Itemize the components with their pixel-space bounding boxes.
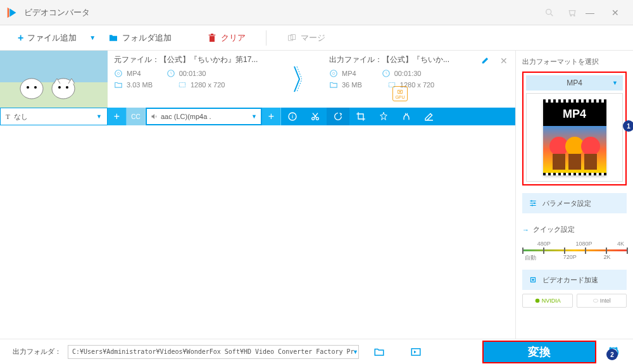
toolbar: + ファイル追加 ▼ フォルダ追加 クリア マージ	[0, 25, 633, 51]
resolution-icon	[178, 80, 187, 89]
svg-point-7	[27, 86, 29, 89]
output-folder-label: 出力フォルダ：	[13, 347, 61, 356]
convert-button[interactable]: 変換	[482, 341, 596, 363]
svg-point-37	[535, 299, 539, 303]
add-audio-button[interactable]: +	[262, 108, 281, 125]
search-icon[interactable]	[544, 8, 555, 18]
open-output-icon[interactable]	[410, 346, 422, 358]
intel-chip[interactable]: Intel	[577, 294, 627, 308]
svg-point-6	[20, 78, 43, 99]
parameter-settings-button[interactable]: パラメータ設定	[522, 193, 627, 213]
svg-point-10	[58, 86, 61, 89]
resolution-icon	[387, 80, 396, 89]
svg-rect-31	[584, 154, 597, 170]
add-file-button[interactable]: + ファイル追加	[13, 30, 82, 46]
nvidia-chip[interactable]: NVIDIA	[522, 294, 573, 308]
svg-rect-30	[568, 154, 581, 170]
source-file-title: 元ファイル：【公式】『ちいかわ』第17...	[114, 54, 285, 65]
output-path-input[interactable]	[68, 345, 359, 359]
file-item: 元ファイル：【公式】『ちいかわ』第17... MP4 00:01:30 3.03…	[0, 51, 515, 108]
svg-text:i: i	[292, 113, 293, 120]
bottom-bar: 出力フォルダ： ▼ 変換 2	[0, 339, 633, 364]
add-folder-button[interactable]: フォルダ追加	[103, 30, 177, 46]
svg-point-13	[117, 72, 120, 75]
svg-rect-15	[179, 83, 185, 87]
trash-icon	[207, 33, 217, 43]
merge-button[interactable]: マージ	[282, 30, 330, 46]
svg-rect-4	[0, 51, 108, 82]
format-section-label: 出力フォーマットを選択	[522, 57, 627, 66]
disc-icon	[329, 69, 338, 78]
edit-output-button[interactable]	[481, 56, 490, 67]
svg-point-12	[115, 70, 122, 77]
effects-button[interactable]	[372, 108, 395, 125]
svg-line-1	[551, 14, 553, 16]
titlebar: ビデオコンバータ — ✕	[0, 0, 633, 25]
disc-icon	[114, 69, 123, 78]
svg-point-38	[593, 299, 598, 303]
format-selector[interactable]: MP4 ▼ MP4	[522, 72, 627, 185]
merge-icon	[287, 33, 297, 43]
format-preview-card: MP4	[543, 99, 606, 175]
annotation-badge-2: 2	[606, 349, 618, 360]
svg-point-36	[532, 279, 534, 281]
info-button[interactable]: i	[281, 108, 304, 125]
svg-point-18	[330, 70, 337, 77]
folder-icon	[108, 33, 118, 43]
close-button[interactable]: ✕	[603, 3, 628, 22]
svg-point-34	[532, 204, 533, 206]
clock-icon	[166, 69, 175, 78]
svg-point-11	[66, 86, 68, 89]
video-thumbnail[interactable]	[0, 51, 108, 108]
svg-rect-29	[553, 154, 565, 170]
annotation-badge-1: 1	[623, 120, 633, 132]
quick-settings-label: → クイック設定	[522, 225, 627, 234]
svg-point-8	[34, 86, 37, 89]
svg-point-19	[332, 72, 335, 75]
svg-point-17	[399, 91, 401, 92]
rotate-button[interactable]	[327, 108, 349, 125]
browse-folder-icon[interactable]	[373, 346, 385, 358]
edit-button[interactable]	[418, 108, 441, 125]
add-file-dropdown[interactable]: ▼	[89, 34, 96, 41]
remove-file-button[interactable]: ✕	[500, 56, 508, 66]
cc-button[interactable]: CC	[127, 108, 146, 125]
crop-button[interactable]	[349, 108, 372, 125]
clear-button[interactable]: クリア	[202, 30, 251, 46]
minimize-button[interactable]: —	[577, 3, 603, 22]
svg-point-0	[546, 9, 551, 14]
svg-point-28	[581, 137, 600, 156]
svg-point-32	[531, 200, 532, 201]
output-file-title: 出力ファイル：【公式】『ちいか...	[329, 54, 494, 65]
clock-icon	[382, 69, 391, 78]
audio-track-select[interactable]: aac (LC)(mp4a . ▼	[147, 109, 261, 124]
subtitle-select[interactable]: Tなし ▼	[0, 108, 108, 125]
folder-icon	[114, 80, 123, 89]
app-logo-icon	[5, 6, 19, 20]
folder-icon	[329, 80, 338, 89]
app-title: ビデオコンバータ	[24, 7, 544, 18]
cut-button[interactable]	[304, 108, 327, 125]
svg-point-33	[534, 203, 535, 204]
watermark-button[interactable]	[395, 108, 418, 125]
add-subtitle-button[interactable]: +	[108, 108, 127, 125]
svg-rect-21	[389, 83, 394, 87]
arrow-separator	[291, 51, 304, 108]
action-bar: Tなし ▼ + CC aac (LC)(mp4a . ▼ + i	[0, 108, 515, 125]
cart-icon[interactable]	[567, 8, 577, 18]
right-panel: 出力フォーマットを選択 MP4 ▼ MP4 1 パラメータ設定	[515, 51, 633, 339]
sliders-icon	[529, 199, 537, 208]
chip-icon	[529, 275, 537, 284]
gpu-acceleration-button[interactable]: ビデオカード加速	[522, 270, 627, 290]
quality-slider[interactable]: 480P1080P4K 自動720P2K	[522, 241, 627, 262]
